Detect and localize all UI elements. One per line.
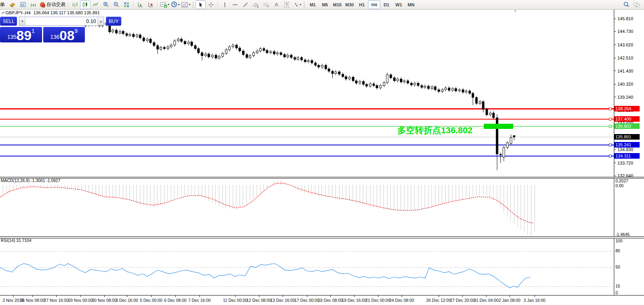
chat-button[interactable] — [631, 0, 642, 9]
market-watch-button[interactable] — [18, 0, 28, 9]
timeframe-m15-button[interactable]: M15 — [331, 0, 343, 9]
time-axis-label: 31 Dec 04:00 — [474, 298, 498, 303]
equidistant-channel-button[interactable]: E — [251, 0, 261, 9]
arrows-button[interactable]: ▾ — [292, 0, 302, 9]
equidistant-channel-icon: E — [252, 2, 259, 8]
time-axis-tick — [486, 295, 487, 297]
line-chart-button[interactable] — [90, 0, 101, 9]
chart-area[interactable] — [0, 9, 644, 305]
timeframe-m1-button[interactable]: M1 — [307, 0, 319, 9]
tile-windows-icon — [123, 2, 130, 8]
chat-icon — [632, 2, 640, 8]
new-order-button[interactable]: 单 — [0, 0, 8, 9]
panel-splitter-macd[interactable] — [0, 177, 644, 178]
auto-scroll-icon — [137, 2, 144, 8]
time-axis-tick — [235, 295, 236, 297]
price-tick: 142.510 — [614, 56, 644, 60]
ask-point: 9 — [75, 28, 78, 34]
price-line-label: 138.264 — [614, 106, 640, 111]
time-axis-tick — [330, 295, 331, 297]
new-chart-button[interactable]: ▾ — [159, 0, 170, 9]
annotation-text[interactable]: 多空转折点136.802 — [397, 125, 473, 136]
panel-splitter-rsi[interactable] — [0, 236, 644, 238]
order-ticket-button[interactable] — [8, 0, 18, 9]
trendline-button[interactable] — [240, 0, 251, 9]
text-button[interactable]: A — [271, 0, 282, 9]
price-line-label: 135.241 — [614, 142, 640, 148]
tile-windows-button[interactable] — [121, 0, 132, 9]
sell-button[interactable]: SELL — [0, 17, 17, 26]
vertical-line-icon — [222, 2, 228, 8]
volume-decrease-button[interactable]: ▼ — [19, 17, 25, 25]
time-axis-label: 13 Dec 16:00 — [270, 298, 295, 303]
new-chart-icon — [160, 2, 167, 8]
time-axis-tick — [199, 295, 200, 297]
volume-increase-button[interactable]: ▲ — [98, 17, 104, 25]
rsi-scale-label: 100 — [615, 238, 623, 243]
template-button[interactable]: ▾ — [180, 0, 191, 9]
time-axis-label: 21 Dec 00:00 — [366, 298, 390, 303]
time-axis-tick — [56, 295, 57, 297]
auto-scroll-button[interactable] — [135, 0, 146, 9]
crosshair-button[interactable] — [206, 0, 216, 9]
volume-input[interactable] — [25, 18, 98, 25]
sell-price-box[interactable]: 135 89 1 — [0, 27, 42, 42]
price-line-label: 137.400 — [614, 116, 640, 122]
price-line-label: 134.311 — [614, 153, 640, 159]
arrow-up-icon: ▲ — [100, 20, 102, 23]
channel-letter: E — [257, 5, 259, 8]
time-axis-tick — [127, 295, 127, 297]
price-tick: 145.810 — [614, 16, 644, 21]
fibonacci-button[interactable]: F — [261, 0, 271, 9]
fibonacci-icon: F — [263, 2, 270, 8]
vertical-line-button[interactable] — [220, 0, 230, 9]
time-axis-label: 17 Dec 00:00 — [295, 298, 319, 303]
bar-chart-button[interactable] — [70, 0, 80, 9]
chart-shift-button[interactable] — [146, 0, 156, 9]
time-axis-tick — [378, 295, 378, 297]
autotrade-button[interactable]: 自动交易 — [38, 0, 66, 9]
horizontal-line-button[interactable] — [230, 0, 240, 9]
candlestick-chart-button[interactable] — [80, 0, 90, 9]
timeframe-d1-button[interactable]: D1 — [380, 0, 393, 9]
autotrade-icon — [39, 2, 46, 8]
text-label-icon: T — [284, 2, 289, 8]
time-axis-label: 29 Nov 00:00 — [68, 298, 93, 303]
buy-button[interactable]: BUY — [106, 17, 121, 26]
cursor-button[interactable] — [196, 0, 206, 9]
period-button[interactable]: ▾ — [170, 0, 180, 9]
chart-ohlc-values: 136.064 136.117 135.680 135.891 — [33, 10, 100, 15]
price-axis-divider — [614, 9, 614, 295]
signal-button[interactable] — [28, 0, 38, 9]
timeframe-h4-button[interactable]: H4 — [368, 0, 380, 9]
time-axis-tick — [510, 295, 510, 297]
timeframe-mn-button[interactable]: MN — [405, 0, 417, 9]
cursor-icon — [197, 2, 204, 8]
timeframe-h1-button[interactable]: H1 — [356, 0, 368, 9]
price-tick: 141.430 — [614, 69, 644, 73]
search-button[interactable] — [621, 0, 631, 9]
time-axis-label: 30 Nov 08:00 — [92, 298, 117, 303]
time-axis-label: 24 Dec 08:00 — [389, 298, 414, 303]
market-watch-icon — [20, 2, 26, 8]
time-axis-tick — [402, 295, 402, 297]
signal-icon — [30, 2, 36, 8]
time-axis-tick — [104, 295, 105, 297]
time-axis-label: 12 Dec 08:00 — [247, 298, 271, 303]
timeframe-w1-button[interactable]: W1 — [393, 0, 405, 9]
time-axis-label: 19 Dec 16:00 — [342, 298, 366, 303]
trade-panel-prices: 135 89 1 136 08 9 — [0, 27, 85, 42]
timeframe-m30-button[interactable]: M30 — [343, 0, 356, 9]
chart-title: GBPJPY-,H4 — [6, 10, 31, 15]
time-axis-label: 27 Nov 16:00 — [44, 298, 69, 303]
time-axis-tick — [13, 295, 13, 297]
price-tick: 134.830 — [614, 147, 644, 152]
bid-pips: 89 — [17, 29, 32, 41]
buy-price-box[interactable]: 136 08 9 — [43, 27, 85, 42]
timeframe-m5-button[interactable]: M5 — [319, 0, 331, 9]
trade-panel-controls: SELL ▼ ▲ BUY — [0, 17, 85, 26]
rsi-scale-label: 80 — [615, 248, 620, 253]
text-label-button[interactable]: T — [282, 0, 292, 9]
zoom-out-button[interactable] — [111, 0, 121, 9]
zoom-in-button[interactable] — [101, 0, 111, 9]
